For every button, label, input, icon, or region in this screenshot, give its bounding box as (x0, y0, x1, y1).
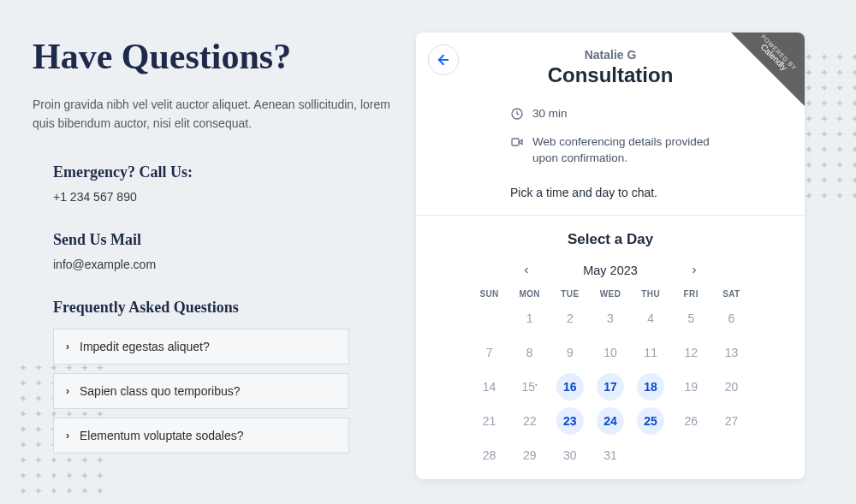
calendar-day: 30 (550, 441, 590, 470)
select-day-heading: Select a Day (416, 231, 805, 248)
calendar-day: 6 (711, 304, 752, 333)
faq-heading: Frequently Asked Questions (53, 299, 392, 317)
faq-question: Impedit egestas aliquet? (80, 340, 210, 353)
chevron-right-icon: › (66, 341, 69, 353)
calendar-day: 14 (469, 372, 509, 401)
faq-question: Elementum voluptate sodales? (80, 429, 243, 442)
calendar-day: 31 (590, 441, 630, 470)
chevron-left-icon (521, 265, 532, 276)
calendar-dow-row: SUNMONTUEWEDTHUFRISAT (469, 289, 752, 299)
divider (416, 215, 805, 216)
calendar-weeks: 1234567891011121314151617181920212223242… (469, 304, 752, 470)
calendar-day (711, 441, 752, 470)
calendar-dow: WED (590, 289, 630, 299)
calendar-day: 28 (469, 441, 509, 470)
mail-address[interactable]: info@example.com (53, 258, 392, 271)
calendar-dow: SUN (469, 289, 509, 299)
calendar-day: 7 (469, 338, 509, 367)
duration-text: 30 min (532, 106, 568, 122)
calendar-day (631, 441, 671, 470)
calendar: SUNMONTUEWEDTHUFRISAT 123456789101112131… (416, 289, 805, 478)
duration-row: 30 min (510, 106, 710, 122)
calendar-dow: SAT (711, 289, 752, 299)
calendar-day: 26 (671, 406, 711, 436)
back-button[interactable] (428, 44, 459, 75)
calendar-day-available[interactable]: 25 (631, 406, 671, 436)
prev-month-button[interactable] (516, 260, 537, 281)
calendar-day (671, 441, 711, 470)
calendar-day (469, 304, 509, 333)
calendar-day: 9 (550, 338, 590, 367)
calendar-day: 8 (509, 338, 550, 367)
chevron-right-icon (689, 265, 699, 276)
arrow-left-icon (436, 52, 451, 68)
svg-rect-2 (512, 139, 519, 145)
calendar-day-available[interactable]: 17 (590, 372, 630, 401)
faq-item[interactable]: ›Elementum voluptate sodales? (53, 418, 349, 454)
faq-item[interactable]: ›Sapien class quo temporibus? (53, 373, 349, 409)
month-label: May 2023 (583, 264, 638, 277)
calendar-day-available[interactable]: 23 (550, 406, 590, 436)
chevron-right-icon: › (66, 385, 69, 397)
clock-icon (510, 107, 524, 121)
calendar-day: 13 (711, 338, 752, 367)
calendar-day: 15 (509, 372, 550, 401)
calendar-day: 27 (711, 406, 752, 436)
pick-prompt: Pick a time and day to chat. (416, 179, 805, 215)
calendar-day: 22 (509, 406, 550, 436)
calendar-day-available[interactable]: 16 (550, 372, 590, 401)
calendar-dow: FRI (671, 289, 711, 299)
faq-question: Sapien class quo temporibus? (80, 384, 241, 398)
calendar-day: 2 (550, 304, 590, 333)
calendar-day: 1 (509, 304, 550, 333)
scheduler-widget: POWERED BY Calendly Natalie G Consultati… (416, 33, 805, 479)
page-subtitle: Proin gravida nibh vel velit auctor aliq… (33, 96, 392, 133)
video-icon (510, 135, 524, 149)
calendar-day: 20 (711, 372, 752, 401)
emergency-phone[interactable]: +1 234 567 890 (53, 190, 392, 204)
conferencing-text: Web conferencing details provided upon c… (532, 134, 710, 167)
mail-heading: Send Us Mail (53, 231, 392, 249)
conferencing-row: Web conferencing details provided upon c… (510, 134, 710, 167)
faq-list: ›Impedit egestas aliquet?›Sapien class q… (53, 329, 349, 454)
calendar-day: 5 (671, 304, 711, 333)
next-month-button[interactable] (684, 260, 704, 281)
calendar-day: 29 (509, 441, 550, 470)
calendar-day: 21 (469, 406, 509, 436)
chevron-right-icon: › (66, 430, 69, 442)
calendar-day-available[interactable]: 24 (590, 406, 630, 436)
calendar-day: 11 (631, 338, 671, 367)
emergency-heading: Emergency? Call Us: (53, 163, 392, 181)
calendar-day: 12 (671, 338, 711, 367)
calendar-day: 10 (590, 338, 630, 367)
calendar-day: 4 (631, 304, 671, 333)
calendar-dow: TUE (550, 289, 590, 299)
page-title: Have Questions? (33, 36, 392, 77)
calendar-dow: THU (631, 289, 671, 299)
svg-marker-3 (520, 139, 522, 144)
calendar-dow: MON (509, 289, 550, 299)
calendar-day: 3 (590, 304, 630, 333)
calendar-day-available[interactable]: 18 (631, 372, 671, 401)
calendar-day: 19 (671, 372, 711, 401)
faq-item[interactable]: ›Impedit egestas aliquet? (53, 329, 349, 365)
